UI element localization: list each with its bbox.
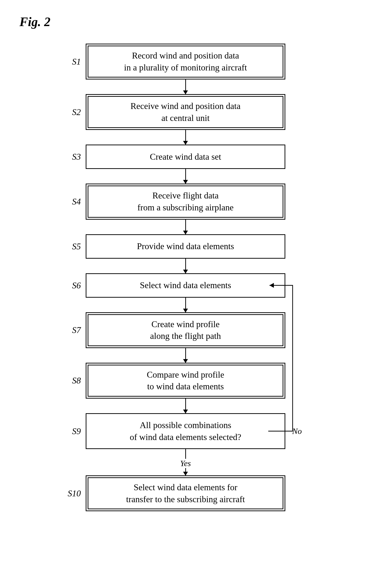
step-row-s8: S8 Compare wind profile to wind data ele… (40, 363, 331, 399)
step-box-s3: Create wind data set (86, 145, 285, 169)
yes-section: Yes (40, 449, 331, 475)
step-row-s2: S2 Receive wind and position data at cen… (40, 94, 331, 130)
step-box-s7: Create wind profile along the flight pat… (86, 312, 285, 348)
arrow-s1-s2 (40, 79, 331, 94)
yes-label: Yes (180, 459, 191, 468)
step-label-s8: S8 (57, 375, 86, 386)
step-row-s4: S4 Receive flight data from a subscribin… (40, 184, 331, 220)
step-box-s8: Compare wind profile to wind data elemen… (86, 363, 285, 399)
step-label-s3: S3 (57, 152, 86, 162)
step-box-s2: Receive wind and position data at centra… (86, 94, 285, 130)
step-label-s1: S1 (57, 57, 86, 67)
step-row-s9: S9 All possible combinations of wind dat… (40, 413, 331, 449)
step-box-s5: Provide wind data elements (86, 234, 285, 259)
step-label-s9: S9 (57, 426, 86, 436)
step-box-s10: Select wind data elements for transfer t… (86, 475, 285, 511)
step-row-s3: S3 Create wind data set (40, 145, 331, 169)
step-label-s6: S6 (57, 280, 86, 291)
step-label-s7: S7 (57, 325, 86, 335)
step-row-s5: S5 Provide wind data elements (40, 234, 331, 259)
step-row-s10: S10 Select wind data elements for transf… (40, 475, 331, 511)
flowchart: S1 Record wind and position data in a pl… (40, 44, 331, 511)
arrow-s9-s10-bottom (185, 468, 186, 475)
step-label-s5: S5 (57, 241, 86, 252)
step-label-s4: S4 (57, 197, 86, 207)
step-box-s4: Receive flight data from a subscribing a… (86, 184, 285, 220)
step-box-s6: Select wind data elements (86, 273, 285, 298)
step-row-s7: S7 Create wind profile along the flight … (40, 312, 331, 348)
arrow-s8-s9 (40, 399, 331, 413)
no-label: No (292, 427, 302, 436)
arrow-s3-s4 (40, 169, 331, 184)
arrow-s4-s5 (40, 220, 331, 234)
step-row-s6: S6 Select wind data elements (40, 273, 331, 298)
step-label-s10: S10 (57, 488, 86, 499)
arrow-s5-s6 (40, 259, 331, 273)
page-title: Fig. 2 (20, 15, 371, 29)
step-box-s9: All possible combinations of wind data e… (86, 413, 285, 449)
step-row-s1: S1 Record wind and position data in a pl… (40, 44, 331, 79)
step-box-s1: Record wind and position data in a plura… (86, 44, 285, 79)
arrow-s9-yes-stem (185, 449, 186, 459)
arrow-s7-s8 (40, 348, 331, 363)
arrow-s6-s7 (40, 298, 331, 312)
step-label-s2: S2 (57, 107, 86, 117)
arrow-s2-s3 (40, 130, 331, 145)
